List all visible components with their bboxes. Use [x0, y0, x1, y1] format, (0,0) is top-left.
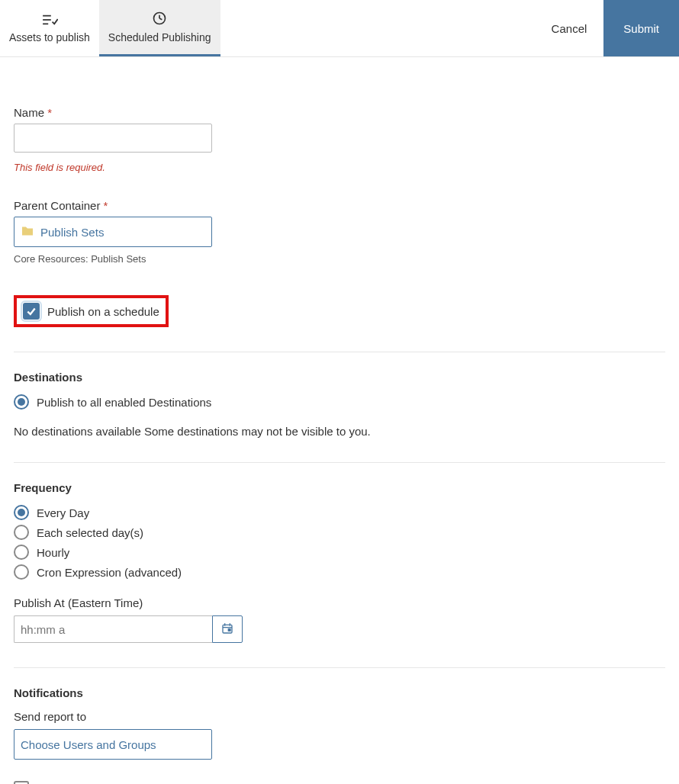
radio-selected-icon	[14, 505, 29, 520]
checkbox-unchecked-icon	[14, 781, 29, 784]
header: Assets to publish Scheduled Publishing C…	[0, 0, 679, 57]
checkbox-checked-icon	[23, 303, 40, 320]
publish-at-input-group	[14, 615, 243, 643]
notifications-title: Notifications	[14, 686, 665, 699]
frequency-option-every-day[interactable]: Every Day	[14, 505, 665, 520]
name-field: Name * This field is required.	[14, 106, 665, 173]
frequency-title: Frequency	[14, 481, 665, 494]
frequency-option-hourly[interactable]: Hourly	[14, 545, 665, 560]
radio-icon	[14, 564, 29, 580]
destinations-section: Destinations Publish to all enabled Dest…	[14, 371, 665, 438]
time-picker-button[interactable]	[212, 615, 243, 643]
radio-icon	[14, 545, 29, 560]
publish-at-field: Publish At (Eastern Time)	[14, 596, 665, 643]
publish-at-input[interactable]	[14, 615, 212, 643]
frequency-option-label: Hourly	[37, 546, 69, 559]
list-check-icon	[41, 14, 58, 28]
publish-at-label: Publish At (Eastern Time)	[14, 596, 665, 609]
tab-assets-to-publish[interactable]: Assets to publish	[0, 0, 99, 56]
name-input[interactable]	[14, 124, 212, 153]
notifications-section: Notifications Send report to Choose User…	[14, 686, 665, 784]
publish-schedule-checkbox-row[interactable]: Publish on a schedule	[23, 303, 159, 320]
folder-icon	[21, 226, 34, 239]
header-spacer	[220, 0, 535, 56]
frequency-option-label: Each selected day(s)	[37, 526, 143, 539]
required-marker: *	[104, 199, 108, 212]
frequency-section: Frequency Every Day Each selected day(s)…	[14, 481, 665, 643]
divider	[14, 352, 665, 352]
tab-label: Assets to publish	[9, 31, 90, 43]
required-marker: *	[47, 106, 52, 119]
users-groups-placeholder: Choose Users and Groups	[21, 738, 156, 751]
frequency-option-cron[interactable]: Cron Expression (advanced)	[14, 564, 665, 580]
destinations-title: Destinations	[14, 371, 665, 384]
parent-container-value: Publish Sets	[40, 226, 104, 239]
errors-only-checkbox-row[interactable]: Only send report when errors are present	[14, 781, 665, 784]
parent-container-field: Parent Container * Publish Sets Core Res…	[14, 199, 665, 265]
clock-icon	[152, 11, 167, 28]
destinations-message: No destinations available Some destinati…	[14, 425, 665, 438]
form-body: Name * This field is required. Parent Co…	[0, 57, 679, 784]
tab-scheduled-publishing[interactable]: Scheduled Publishing	[99, 0, 220, 56]
name-label: Name *	[14, 106, 665, 119]
destinations-option-label: Publish to all enabled Destinations	[37, 396, 211, 409]
highlighted-checkbox-area: Publish on a schedule	[14, 295, 169, 327]
svg-rect-8	[228, 628, 230, 631]
divider	[14, 462, 665, 463]
submit-button[interactable]: Submit	[603, 0, 679, 56]
radio-icon	[14, 525, 29, 540]
calendar-icon	[221, 622, 233, 637]
cancel-button[interactable]: Cancel	[535, 0, 604, 56]
frequency-option-label: Every Day	[37, 506, 89, 519]
users-groups-picker[interactable]: Choose Users and Groups	[14, 729, 212, 760]
send-report-label: Send report to	[14, 710, 665, 723]
parent-container-picker[interactable]: Publish Sets	[14, 217, 212, 247]
name-error: This field is required.	[14, 162, 665, 173]
header-actions: Cancel Submit	[535, 0, 679, 56]
svg-line-5	[159, 18, 162, 20]
publish-schedule-label: Publish on a schedule	[47, 305, 159, 318]
parent-container-helper: Core Resources: Publish Sets	[14, 253, 665, 265]
frequency-option-selected-days[interactable]: Each selected day(s)	[14, 525, 665, 540]
divider	[14, 667, 665, 668]
parent-container-label: Parent Container *	[14, 199, 665, 212]
frequency-option-label: Cron Expression (advanced)	[37, 566, 182, 579]
radio-selected-icon	[14, 394, 29, 410]
destinations-option-all[interactable]: Publish to all enabled Destinations	[14, 394, 665, 410]
tab-label: Scheduled Publishing	[108, 31, 211, 43]
